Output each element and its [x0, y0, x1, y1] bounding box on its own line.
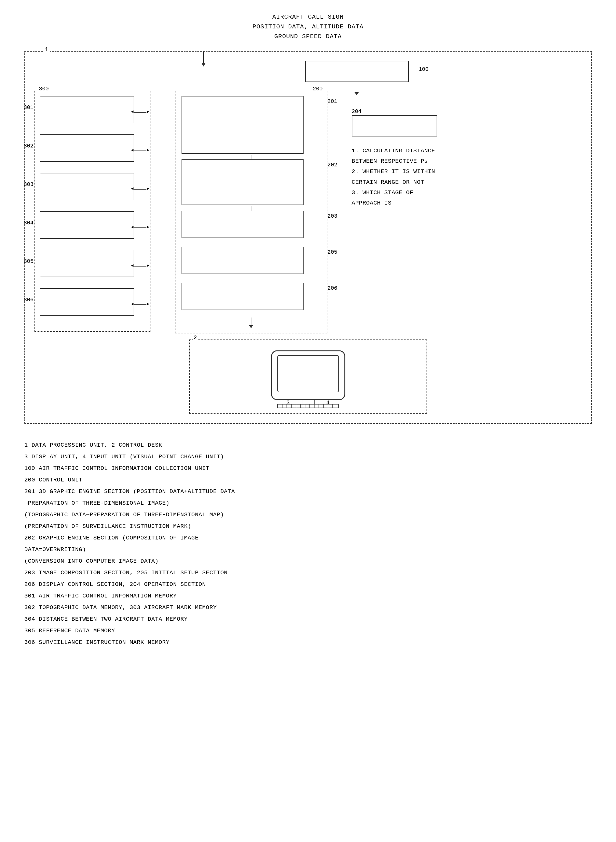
annotation-line5: 3. WHICH STAGE OF — [352, 187, 474, 198]
annotation-line6: APPROACH IS — [352, 198, 474, 208]
box-305 — [40, 250, 134, 277]
box-306 — [40, 288, 134, 316]
row-305: 305 — [40, 250, 145, 283]
legend-line-4: 201 3D GRAPHIC ENGINE SECTION (POSITION … — [24, 486, 592, 497]
row-302: 302 — [40, 134, 145, 167]
label-2: 2 — [193, 335, 198, 341]
main-diagram-box: 1 100 300 301 — [24, 51, 592, 424]
label-200: 200 — [312, 86, 323, 92]
legend-line-2: 100 AIR TRAFFIC CONTROL INFORMATION COLL… — [24, 463, 592, 474]
box-204 — [352, 115, 437, 137]
arrow-305 — [134, 266, 153, 266]
title-line2: POSITION DATA, ALTITUDE DATA — [18, 22, 598, 32]
legend-line-13: 301 AIR TRAFFIC CONTROL INFORMATION MEMO… — [24, 590, 592, 602]
box205-label: 205 — [327, 249, 337, 255]
section-2: 2 — [189, 339, 427, 414]
diagram-title: AIRCRAFT CALL SIGN POSITION DATA, ALTITU… — [18, 12, 598, 41]
section-200: 200 201 202 203 — [175, 91, 327, 334]
legend-line-7: (PREPARATION OF SURVEILLANCE INSTRUCTION… — [24, 520, 592, 532]
label-304: 304 — [24, 220, 34, 226]
annotation-block: 1. CALCULATING DISTANCE BETWEEN RESPECTI… — [352, 145, 474, 208]
arrow-306 — [134, 304, 153, 305]
label-306: 306 — [24, 297, 34, 303]
title-line3: GROUND SPEED DATA — [18, 32, 598, 41]
box-205 — [182, 247, 304, 274]
legend-line-11: 203 IMAGE COMPOSITION SECTION, 205 INITI… — [24, 567, 592, 579]
box206-label: 206 — [327, 285, 337, 291]
legend-line-16: 305 REFERENCE DATA MEMORY — [24, 625, 592, 636]
label-300: 300 — [38, 86, 50, 92]
box100-label: 100 — [419, 66, 428, 72]
row-306: 306 — [40, 288, 145, 321]
box204-label: 204 — [352, 109, 362, 115]
label-305: 305 — [24, 258, 34, 265]
box201-label: 201 — [327, 98, 337, 104]
legend-line-6: (TOPOGRAPHIC DATA→PREPARATION OF THREE-D… — [24, 509, 592, 520]
legend-line-0: 1 DATA PROCESSING UNIT, 2 CONTROL DESK — [24, 439, 592, 451]
box-303 — [40, 173, 134, 200]
label-301: 301 — [24, 104, 34, 110]
row-304: 304 — [40, 211, 145, 244]
svg-rect-1 — [278, 356, 339, 392]
row-301: 301 — [40, 96, 145, 129]
arrow-301 — [134, 112, 153, 113]
annotation-line4: CERTAIN RANGE OR NOT — [352, 177, 474, 187]
annotation-line2: BETWEEN RESPECTIVE Ps — [352, 156, 474, 166]
label-main: 1 — [44, 46, 50, 53]
row-303: 303 — [40, 173, 145, 206]
monitor-container: 3 4 — [208, 348, 408, 406]
right-annotations: 204 1. CALCULATING DISTANCE BETWEEN RESP… — [352, 91, 474, 208]
annotation-line3: 2. WHETHER IT IS WITHIN — [352, 166, 474, 177]
annotation-line1: 1. CALCULATING DISTANCE — [352, 145, 474, 156]
box-203 — [182, 211, 304, 238]
legend-line-14: 302 TOPOGRAPHIC DATA MEMORY, 303 AIRCRAF… — [24, 602, 592, 613]
legend-line-1: 3 DISPLAY UNIT, 4 INPUT UNIT (VISUAL POI… — [24, 451, 592, 463]
box-202 — [182, 159, 304, 205]
legend-line-15: 304 DISTANCE BETWEEN TWO AIRCRAFT DATA M… — [24, 613, 592, 625]
box-301 — [40, 96, 134, 123]
box-100 — [305, 61, 409, 82]
section-300: 300 301 302 — [34, 91, 150, 332]
label-303: 303 — [24, 181, 34, 187]
box-304 — [40, 211, 134, 239]
legend-section: 1 DATA PROCESSING UNIT, 2 CONTROL DESK 3… — [24, 439, 592, 648]
box202-label: 202 — [327, 162, 337, 168]
legend-line-3: 200 CONTROL UNIT — [24, 474, 592, 486]
legend-line-5: →PREPARATION OF THREE-DIMENSIONAL IMAGE) — [24, 497, 592, 509]
label-302: 302 — [24, 143, 34, 149]
label-3: 3 — [286, 400, 290, 406]
arrow-302 — [134, 150, 153, 151]
title-line1: AIRCRAFT CALL SIGN — [18, 12, 598, 22]
legend-line-9: DATA=OVERWRITING) — [24, 544, 592, 555]
box-201 — [182, 96, 304, 154]
box-206 — [182, 283, 304, 310]
box203-label: 203 — [327, 213, 337, 219]
legend-line-8: 202 GRAPHIC ENGINE SECTION (COMPOSITION … — [24, 532, 592, 544]
label-4: 4 — [327, 400, 330, 406]
legend-line-12: 206 DISPLAY CONTROL SECTION, 204 OPERATI… — [24, 579, 592, 590]
bottom-section: 2 — [34, 339, 582, 414]
box-302 — [40, 134, 134, 162]
legend-line-10: (CONVERSION INTO COMPUTER IMAGE DATA) — [24, 555, 592, 567]
arrow-303 — [134, 189, 153, 190]
arrow-304 — [134, 228, 153, 228]
legend-line-17: 306 SURVEILLANCE INSTRUCTION MARK MEMORY — [24, 636, 592, 648]
